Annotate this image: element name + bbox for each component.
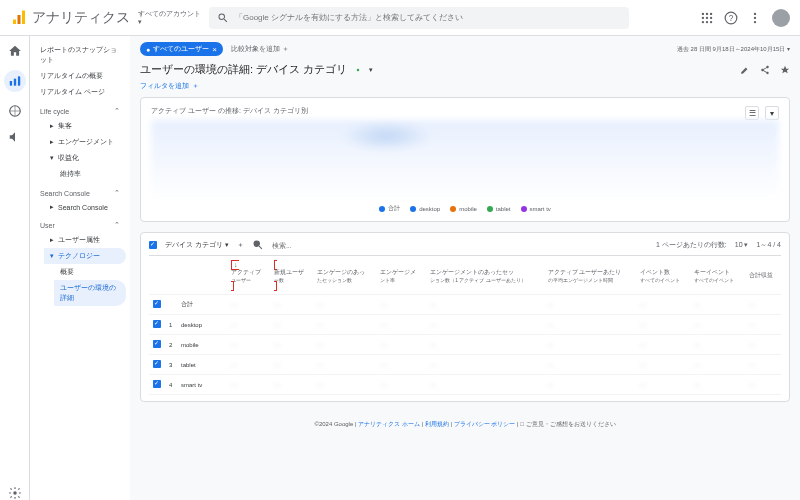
nav-tech-details[interactable]: ユーザーの環境の詳細	[54, 280, 126, 306]
global-search[interactable]	[209, 7, 629, 29]
svg-point-3	[702, 12, 704, 14]
totals-row: 合計—————————	[149, 295, 781, 315]
col-eng-per-user[interactable]: エンゲージメントのあったセッション数（1 アクティブ ユーザーあたり）	[426, 256, 543, 295]
chevron-up-icon: ⌃	[114, 107, 120, 115]
svg-point-15	[754, 16, 756, 18]
svg-point-9	[702, 20, 704, 22]
nav-section-search-console[interactable]: Search Console⌃	[34, 186, 126, 200]
svg-rect-0	[13, 19, 16, 24]
search-icon	[252, 239, 264, 251]
svg-rect-18	[13, 79, 15, 86]
nav-user-attributes[interactable]: ▸ユーザー属性	[44, 232, 126, 248]
row-checkbox[interactable]	[153, 360, 161, 368]
nav-technology[interactable]: ▾テクノロジー	[44, 248, 126, 264]
apps-icon[interactable]	[700, 11, 714, 25]
all-users-chip[interactable]: ●すべてのユーザー×	[140, 42, 223, 56]
nav-retention[interactable]: 維持率	[54, 166, 126, 182]
table-search-input[interactable]	[272, 242, 360, 249]
col-avg-eng-time[interactable]: アクティブ ユーザーあたりの平均エンゲージメント時間	[544, 256, 636, 295]
table-row: 4smart tv—————————	[149, 375, 781, 395]
col-eng-rate[interactable]: エンゲージメント率	[376, 256, 426, 295]
svg-point-11	[710, 20, 712, 22]
chart-title: アクティブ ユーザー の推移: デバイス カテゴリ別	[151, 106, 779, 116]
legend-tablet: tablet	[487, 204, 511, 213]
svg-point-6	[702, 16, 704, 18]
reports-icon[interactable]	[4, 70, 26, 92]
logo: アナリティクス	[10, 9, 130, 27]
row-checkbox[interactable]	[153, 340, 161, 348]
admin-icon[interactable]	[8, 486, 22, 500]
svg-point-8	[710, 16, 712, 18]
nav-section-lifecycle[interactable]: Life cycle⌃	[34, 104, 126, 118]
col-eng-sessions[interactable]: エンゲージのあったセッション数	[313, 256, 376, 295]
customize-icon[interactable]	[740, 65, 750, 75]
page-actions	[740, 65, 790, 75]
svg-point-14	[754, 12, 756, 14]
nav-realtime-overview[interactable]: リアルタイムの概要	[34, 68, 126, 84]
main-content: ●すべてのユーザー× 比較対象を追加＋ 過去 28 日間 9月18日～2024年…	[130, 36, 800, 500]
nav-monetization[interactable]: ▾収益化	[44, 150, 126, 166]
row-checkbox[interactable]	[153, 320, 161, 328]
settings-icon[interactable]	[353, 65, 363, 75]
legend-mobile: mobile	[450, 204, 477, 213]
sort-desc-icon: ↓	[234, 261, 238, 268]
svg-rect-1	[18, 15, 21, 24]
col-revenue[interactable]: 合計収益	[745, 256, 781, 295]
share-icon[interactable]	[760, 65, 770, 75]
search-icon	[217, 12, 229, 24]
chart-type-line-button[interactable]: ☰	[745, 106, 759, 120]
left-rail	[0, 36, 30, 500]
nav-engagement[interactable]: ▸エンゲージメント	[44, 134, 126, 150]
menu-icon[interactable]	[748, 11, 762, 25]
nav-section-user[interactable]: User⌃	[34, 218, 126, 232]
footer-link-terms[interactable]: 利用規約	[425, 421, 449, 427]
nav-snapshot[interactable]: レポートのスナップショット	[34, 42, 126, 68]
chevron-down-icon[interactable]: ▾	[369, 66, 373, 74]
nav-realtime-page[interactable]: リアルタイム ページ	[34, 84, 126, 100]
filter-add-button[interactable]: フィルタを追加＋	[130, 81, 800, 97]
home-icon[interactable]	[8, 44, 22, 58]
app-header: アナリティクス すべてのアカウント ▾ ?	[0, 0, 800, 36]
rows-per-page-select[interactable]: 10 ▾	[735, 241, 749, 249]
chart-area	[151, 120, 779, 200]
help-icon[interactable]: ?	[724, 11, 738, 25]
table-pager: 1 ページあたりの行数: 10 ▾ 1～4 / 4	[656, 240, 781, 250]
legend-total: 合計	[379, 204, 400, 213]
add-comparison-button[interactable]: 比較対象を追加＋	[231, 44, 289, 54]
nav-tech-overview[interactable]: 概要	[54, 264, 126, 280]
col-key-events[interactable]: キーイベントすべてのイベント	[690, 256, 744, 295]
report-nav: レポートのスナップショット リアルタイムの概要 リアルタイム ページ Life …	[30, 36, 130, 500]
nav-search-console[interactable]: ▸Search Console	[44, 200, 126, 214]
explore-icon[interactable]	[8, 104, 22, 118]
chevron-down-icon: ▾	[138, 18, 201, 26]
footer-link-home[interactable]: アナリティクス ホーム	[358, 421, 420, 427]
page-footer: ©2024 Google | アナリティクス ホーム | 利用規約 | プライバ…	[130, 412, 800, 437]
add-dimension-button[interactable]: ＋	[237, 240, 244, 250]
col-active-users[interactable]: ↓アクティブユーザー	[227, 256, 270, 295]
advertising-icon[interactable]	[8, 130, 22, 144]
nav-acquisition[interactable]: ▸集客	[44, 118, 126, 134]
col-new-users[interactable]: 新規ユーザー数	[270, 256, 313, 295]
account-selector[interactable]: すべてのアカウント ▾	[138, 10, 201, 25]
svg-rect-2	[22, 10, 25, 24]
dimension-selector[interactable]: デバイス カテゴリ ▾	[165, 240, 229, 250]
date-range[interactable]: 過去 28 日間 9月18日～2024年10月15日 ▾	[677, 45, 790, 54]
search-input[interactable]	[235, 13, 621, 22]
table-row: 2mobile—————————	[149, 335, 781, 355]
svg-rect-19	[17, 76, 19, 85]
footer-link-privacy[interactable]: プライバシー ポリシー	[454, 421, 516, 427]
col-events[interactable]: イベント数すべてのイベント	[636, 256, 690, 295]
table-row: 3tablet—————————	[149, 355, 781, 375]
select-all-checkbox[interactable]	[149, 241, 157, 249]
page-title: ユーザーの環境の詳細: デバイス カテゴリ	[140, 62, 347, 77]
svg-point-5	[710, 12, 712, 14]
svg-rect-17	[9, 81, 11, 86]
chart-settings-button[interactable]: ▾	[765, 106, 779, 120]
row-checkbox[interactable]	[153, 300, 161, 308]
insights-icon[interactable]	[780, 65, 790, 75]
avatar[interactable]	[772, 9, 790, 27]
svg-point-21	[13, 491, 17, 495]
row-checkbox[interactable]	[153, 380, 161, 388]
legend-smarttv: smart tv	[521, 204, 551, 213]
page-range: 1～4 / 4	[756, 240, 781, 250]
